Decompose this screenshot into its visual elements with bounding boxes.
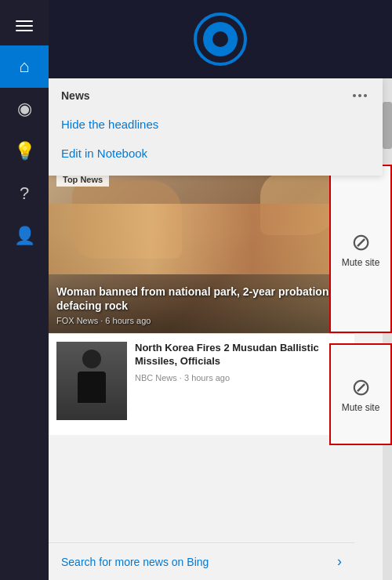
profile-icon: 👤 (14, 226, 35, 246)
home-icon: ⌂ (19, 56, 29, 77)
news-item-2-content: North Korea Fires 2 Musudan Ballistic Mi… (135, 342, 347, 427)
sidebar-item-notebook[interactable]: ◉ (0, 88, 49, 130)
search-more-arrow-icon: › (337, 553, 342, 570)
more-options-button[interactable] (350, 91, 370, 100)
help-icon: ? (20, 183, 29, 204)
circle-icon: ◉ (17, 99, 32, 119)
person-image (56, 342, 127, 420)
hamburger-menu[interactable] (9, 14, 39, 38)
lightbulb-icon: 💡 (14, 141, 35, 161)
top-news-headline: Woman banned from national park, 2-year … (56, 285, 347, 313)
topbar (49, 0, 392, 78)
search-more-text: Search for more news on Bing (61, 556, 209, 568)
sidebar-item-help[interactable]: ? (0, 172, 49, 215)
dropdown-header: News (49, 78, 383, 110)
sidebar-item-profile[interactable]: 👤 (0, 215, 49, 257)
sidebar: ⌂ ◉ 💡 ? 👤 (0, 0, 49, 580)
top-news-source: FOX News · 6 hours ago (56, 316, 347, 325)
cortana-logo (194, 13, 247, 66)
sidebar-item-home[interactable]: ⌂ (0, 45, 49, 88)
figure-body (78, 372, 106, 403)
mute-label-1: Mute site (342, 257, 380, 268)
scrollbar-thumb[interactable] (383, 102, 392, 149)
figure-head (82, 350, 101, 368)
news-item-2-source: NBC News · 3 hours ago (135, 373, 347, 382)
edit-notebook-item[interactable]: Edit in Notebook (49, 139, 383, 168)
top-news-card[interactable]: Top News Woman banned from national park… (49, 165, 354, 333)
news-item-2-headline: North Korea Fires 2 Musudan Ballistic Mi… (135, 342, 347, 368)
top-news-text: Woman banned from national park, 2-year … (56, 285, 347, 325)
content-area: News Hide the headlines Edit in Notebook… (49, 78, 392, 580)
news-dropdown: News Hide the headlines Edit in Notebook (49, 78, 383, 176)
dropdown-title: News (61, 89, 90, 102)
mute-icon-1: ⊘ (351, 230, 371, 254)
hide-headlines-item[interactable]: Hide the headlines (49, 110, 383, 139)
mute-site-button-1[interactable]: ⊘ Mute site (329, 165, 392, 333)
mute-icon-2: ⊘ (351, 375, 371, 399)
sidebar-item-interests[interactable]: 💡 (0, 130, 49, 172)
main-content: News Hide the headlines Edit in Notebook… (49, 0, 392, 580)
person-silhouette (72, 350, 111, 412)
mute-label-2: Mute site (342, 402, 380, 413)
cortana-center-dot (212, 31, 228, 47)
search-more-link[interactable]: Search for more news on Bing › (49, 542, 354, 580)
news-thumbnail-2 (56, 342, 127, 420)
mute-site-button-2[interactable]: ⊘ Mute site (329, 343, 392, 445)
news-item-2[interactable]: North Korea Fires 2 Musudan Ballistic Mi… (49, 333, 354, 435)
